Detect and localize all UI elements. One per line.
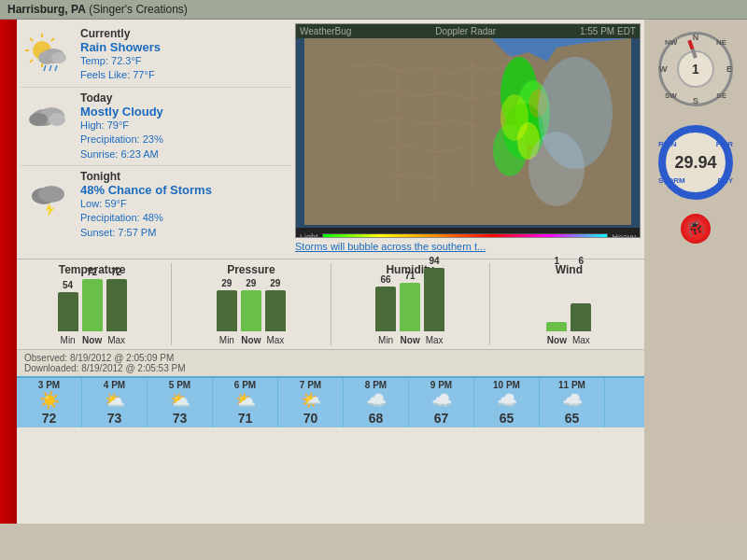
baro-dry-label: DRY [717,176,733,185]
wind-now-bar [546,322,567,331]
tonight-icon [21,170,77,221]
humidity-now-label: Now [401,335,420,345]
hourly-item: 9 PM ☁️ 67 [409,378,474,427]
wind-now-value: 1 [555,256,560,266]
hourly-time: 6 PM [234,380,256,390]
hourly-time: 5 PM [169,380,190,390]
hourly-time: 4 PM [104,380,125,390]
svg-line-12 [44,65,46,71]
hourly-icon: ☁️ [562,390,583,411]
svg-line-7 [51,38,54,41]
temperature-chart: Temperature 54 Min 72 Now 72 [24,263,160,345]
barometer: RAIN FAIR STORM DRY 29.94 [654,120,738,204]
svg-point-31 [529,132,585,206]
charts-section: Temperature 54 Min 72 Now 72 [17,259,644,349]
pressure-now-value: 29 [246,278,256,288]
condition-tonight: Tonight 48% Chance of Storms Low: 59°F P… [21,166,291,244]
hourly-temp: 68 [369,411,384,426]
humidity-now-value: 71 [405,271,416,281]
right-panel: N S E W NE NW SE SW 1 RAIN FAIR STORM DR… [644,20,747,524]
footer-info: Observed: 8/19/2012 @ 2:05:09 PM Downloa… [17,349,644,376]
hourly-item: 7 PM 🌤️ 70 [278,378,344,427]
currently-status: Rain Showers [80,40,161,54]
hourly-temp: 73 [107,411,122,426]
svg-line-5 [30,38,33,41]
hourly-icon: ⛅ [235,390,256,411]
wind-compass: N S E W NE NW SE SW 1 [654,27,738,111]
pressure-chart: Pressure 29 Min 29 Now 29 [183,263,318,345]
humidity-max-bar [424,268,444,331]
hourly-icon: ☀️ [39,390,60,411]
radar-link[interactable]: Storms will bubble across the southern t… [295,238,641,255]
humidity-min-value: 66 [381,274,391,285]
currently-feels: Feels Like: 77°F [80,68,161,82]
today-precip: Precipitation: 23% [80,133,163,147]
downloaded-text: Downloaded: 8/19/2012 @ 2:05:53 PM [24,363,637,373]
svg-line-14 [55,65,57,71]
radar-map-svg [296,38,640,225]
temp-min-bar [58,292,78,331]
wind-chart: Wind 1 Now 6 Max [501,263,637,345]
hourly-temp: 73 [173,411,188,426]
wind-max-value: 6 [579,256,585,266]
temp-max-label: Max [107,335,125,345]
pressure-chart-title: Pressure [227,263,275,276]
hourly-temp: 71 [238,411,253,426]
hourly-time: 7 PM [300,380,321,390]
condition-currently: Currently Rain Showers Temp: 72.3°F Feel… [21,23,291,88]
svg-line-8 [30,60,33,63]
radar-legend: Light Heavy [296,228,640,238]
wind-max-label: Max [572,335,590,345]
hourly-time: 11 PM [558,380,585,390]
tonight-title: Tonight [80,170,212,183]
header: Harrisburg, PA (Singer's Creations) [0,0,747,20]
hourly-icon: ☁️ [431,390,452,411]
location: Harrisburg, PA [7,3,86,16]
tonight-status: 48% Chance of Storms [80,183,212,197]
hourly-temp: 65 [500,411,514,426]
subtitle: (Singer's Creations) [89,3,188,16]
baro-rain-label: RAIN [658,140,677,148]
hourly-icon: 🌤️ [301,390,321,411]
pressure-min-bar [217,290,237,331]
tonight-low: Low: 59°F [80,197,212,211]
wind-now-label: Now [547,335,567,345]
left-bar [0,20,17,524]
hourly-temp: 72 [42,411,57,426]
temp-max-value: 72 [111,267,121,277]
hourly-time: 3 PM [38,380,60,390]
hourly-temp: 67 [434,411,449,426]
observed-text: Observed: 8/19/2012 @ 2:05:09 PM [24,353,637,363]
today-icon [21,91,77,143]
hourly-item: 4 PM ⛅ 73 [82,378,148,427]
currently-icon [21,27,77,78]
hourly-item: 11 PM ☁️ 65 [540,378,605,427]
hourly-item: 3 PM ☀️ 72 [17,378,82,427]
humidity-chart: Humidity 66 Min 71 Now 94 [343,263,478,345]
hourly-forecast-bar: 3 PM ☀️ 72 4 PM ⛅ 73 5 PM ⛅ 73 6 PM ⛅ 71… [17,376,644,427]
radar-image: WeatherBug Doppler Radar 1:55 PM EDT [295,23,641,238]
today-sunrise: Sunrise: 6:23 AM [80,147,163,161]
svg-point-18 [49,113,65,126]
hourly-temp: 65 [565,411,580,426]
svg-point-11 [51,52,66,63]
radar-provider: WeatherBug [300,26,351,36]
pressure-min-label: Min [219,335,234,345]
today-high: High: 79°F [80,119,163,133]
today-status: Mostly Cloudy [80,105,163,119]
pressure-max-value: 29 [270,278,280,288]
radar-time: 1:55 PM EDT [580,26,636,36]
temp-now-bar [82,279,103,331]
today-title: Today [80,91,163,105]
pressure-now-label: Now [241,335,261,345]
pressure-now-bar [241,290,261,331]
hourly-time: 10 PM [493,380,520,390]
temp-now-value: 72 [87,267,97,277]
hourly-item: 5 PM ⛅ 73 [148,378,213,427]
pressure-max-bar [265,290,286,331]
humidity-max-value: 94 [430,256,440,266]
svg-point-17 [29,113,48,126]
svg-marker-21 [46,203,55,217]
hourly-icon: ☁️ [366,390,387,411]
humidity-min-bar [375,287,396,331]
